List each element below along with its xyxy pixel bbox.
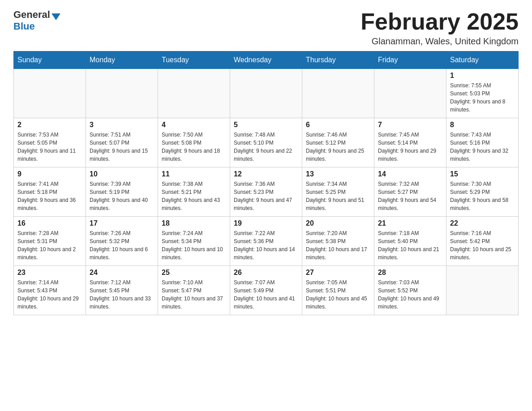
week-row-5: 23Sunrise: 7:14 AMSunset: 5:43 PMDayligh… (14, 266, 519, 315)
day-number: 2 (17, 121, 82, 129)
day-number: 14 (378, 170, 442, 178)
page-header: General Blue February 2025 Glanamman, Wa… (13, 9, 519, 47)
day-number: 17 (90, 219, 154, 227)
calendar-cell: 25Sunrise: 7:10 AMSunset: 5:47 PMDayligh… (158, 266, 230, 315)
day-info: Sunrise: 7:24 AMSunset: 5:34 PMDaylight:… (162, 229, 226, 261)
calendar-cell: 14Sunrise: 7:32 AMSunset: 5:27 PMDayligh… (374, 167, 446, 217)
day-info: Sunrise: 7:38 AMSunset: 5:21 PMDaylight:… (162, 180, 226, 212)
day-number: 9 (17, 170, 82, 178)
day-info: Sunrise: 7:16 AMSunset: 5:42 PMDaylight:… (450, 229, 515, 261)
calendar-cell: 6Sunrise: 7:46 AMSunset: 5:12 PMDaylight… (302, 118, 374, 167)
day-info: Sunrise: 7:22 AMSunset: 5:36 PMDaylight:… (234, 229, 298, 261)
weekday-header-friday: Friday (374, 51, 446, 69)
weekday-header-wednesday: Wednesday (230, 51, 302, 69)
calendar-cell: 9Sunrise: 7:41 AMSunset: 5:18 PMDaylight… (14, 167, 86, 217)
day-info: Sunrise: 7:34 AMSunset: 5:25 PMDaylight:… (306, 180, 370, 212)
day-info: Sunrise: 7:39 AMSunset: 5:19 PMDaylight:… (90, 180, 154, 212)
calendar-cell: 26Sunrise: 7:07 AMSunset: 5:49 PMDayligh… (230, 266, 302, 315)
day-info: Sunrise: 7:50 AMSunset: 5:08 PMDaylight:… (162, 131, 226, 163)
calendar-cell: 10Sunrise: 7:39 AMSunset: 5:19 PMDayligh… (86, 167, 158, 217)
logo: General Blue (13, 9, 60, 32)
title-block: February 2025 Glanamman, Wales, United K… (360, 9, 519, 47)
logo-triangle-icon (51, 13, 60, 20)
day-info: Sunrise: 7:48 AMSunset: 5:10 PMDaylight:… (234, 131, 298, 163)
calendar-cell: 3Sunrise: 7:51 AMSunset: 5:07 PMDaylight… (86, 118, 158, 167)
weekday-header-monday: Monday (86, 51, 158, 69)
day-number: 7 (378, 121, 442, 129)
day-number: 6 (306, 121, 370, 129)
calendar-cell (86, 69, 158, 118)
calendar-cell: 11Sunrise: 7:38 AMSunset: 5:21 PMDayligh… (158, 167, 230, 217)
calendar-cell: 23Sunrise: 7:14 AMSunset: 5:43 PMDayligh… (14, 266, 86, 315)
day-info: Sunrise: 7:55 AMSunset: 5:03 PMDaylight:… (450, 81, 515, 114)
day-number: 15 (450, 170, 515, 178)
day-info: Sunrise: 7:36 AMSunset: 5:23 PMDaylight:… (234, 180, 298, 212)
day-number: 5 (234, 121, 298, 129)
calendar-cell: 4Sunrise: 7:50 AMSunset: 5:08 PMDaylight… (158, 118, 230, 167)
calendar-cell (446, 266, 519, 315)
calendar-cell: 5Sunrise: 7:48 AMSunset: 5:10 PMDaylight… (230, 118, 302, 167)
calendar-cell: 15Sunrise: 7:30 AMSunset: 5:29 PMDayligh… (446, 167, 519, 217)
calendar-cell: 13Sunrise: 7:34 AMSunset: 5:25 PMDayligh… (302, 167, 374, 217)
day-number: 4 (162, 121, 226, 129)
calendar-cell: 16Sunrise: 7:28 AMSunset: 5:31 PMDayligh… (14, 217, 86, 266)
calendar-cell (374, 69, 446, 118)
day-info: Sunrise: 7:30 AMSunset: 5:29 PMDaylight:… (450, 180, 515, 212)
day-number: 3 (90, 121, 154, 129)
calendar-cell: 22Sunrise: 7:16 AMSunset: 5:42 PMDayligh… (446, 217, 519, 266)
calendar-cell (14, 69, 86, 118)
weekday-header-tuesday: Tuesday (158, 51, 230, 69)
weekday-header-row: SundayMondayTuesdayWednesdayThursdayFrid… (14, 51, 519, 69)
calendar-cell: 1Sunrise: 7:55 AMSunset: 5:03 PMDaylight… (446, 69, 519, 118)
day-number: 16 (17, 219, 82, 227)
calendar-cell: 21Sunrise: 7:18 AMSunset: 5:40 PMDayligh… (374, 217, 446, 266)
calendar-cell: 19Sunrise: 7:22 AMSunset: 5:36 PMDayligh… (230, 217, 302, 266)
week-row-4: 16Sunrise: 7:28 AMSunset: 5:31 PMDayligh… (14, 217, 519, 266)
day-number: 19 (234, 219, 298, 227)
day-info: Sunrise: 7:43 AMSunset: 5:16 PMDaylight:… (450, 131, 515, 163)
day-info: Sunrise: 7:12 AMSunset: 5:45 PMDaylight:… (90, 278, 154, 311)
day-number: 26 (234, 269, 298, 277)
logo-general: General (13, 9, 50, 21)
calendar-cell: 18Sunrise: 7:24 AMSunset: 5:34 PMDayligh… (158, 217, 230, 266)
week-row-3: 9Sunrise: 7:41 AMSunset: 5:18 PMDaylight… (14, 167, 519, 217)
day-info: Sunrise: 7:51 AMSunset: 5:07 PMDaylight:… (90, 131, 154, 163)
weekday-header-sunday: Sunday (14, 51, 86, 69)
calendar-table: SundayMondayTuesdayWednesdayThursdayFrid… (13, 51, 519, 315)
logo-blue: Blue (13, 21, 35, 32)
day-number: 8 (450, 121, 515, 129)
calendar-cell: 2Sunrise: 7:53 AMSunset: 5:05 PMDaylight… (14, 118, 86, 167)
calendar-cell: 27Sunrise: 7:05 AMSunset: 5:51 PMDayligh… (302, 266, 374, 315)
week-row-1: 1Sunrise: 7:55 AMSunset: 5:03 PMDaylight… (14, 69, 519, 118)
calendar-cell: 7Sunrise: 7:45 AMSunset: 5:14 PMDaylight… (374, 118, 446, 167)
calendar-cell: 17Sunrise: 7:26 AMSunset: 5:32 PMDayligh… (86, 217, 158, 266)
day-number: 10 (90, 170, 154, 178)
day-info: Sunrise: 7:18 AMSunset: 5:40 PMDaylight:… (378, 229, 442, 261)
calendar-cell (230, 69, 302, 118)
day-number: 28 (378, 269, 442, 277)
day-number: 13 (306, 170, 370, 178)
day-info: Sunrise: 7:05 AMSunset: 5:51 PMDaylight:… (306, 278, 370, 311)
day-info: Sunrise: 7:26 AMSunset: 5:32 PMDaylight:… (90, 229, 154, 261)
day-number: 20 (306, 219, 370, 227)
calendar-cell (302, 69, 374, 118)
day-info: Sunrise: 7:14 AMSunset: 5:43 PMDaylight:… (17, 278, 82, 311)
day-number: 11 (162, 170, 226, 178)
day-info: Sunrise: 7:28 AMSunset: 5:31 PMDaylight:… (17, 229, 82, 261)
calendar-cell: 12Sunrise: 7:36 AMSunset: 5:23 PMDayligh… (230, 167, 302, 217)
day-info: Sunrise: 7:53 AMSunset: 5:05 PMDaylight:… (17, 131, 82, 163)
day-number: 1 (450, 72, 515, 80)
day-info: Sunrise: 7:32 AMSunset: 5:27 PMDaylight:… (378, 180, 442, 212)
day-number: 23 (17, 269, 82, 277)
week-row-2: 2Sunrise: 7:53 AMSunset: 5:05 PMDaylight… (14, 118, 519, 167)
weekday-header-thursday: Thursday (302, 51, 374, 69)
day-number: 21 (378, 219, 442, 227)
day-number: 24 (90, 269, 154, 277)
day-info: Sunrise: 7:07 AMSunset: 5:49 PMDaylight:… (234, 278, 298, 311)
calendar-cell (158, 69, 230, 118)
calendar-cell: 20Sunrise: 7:20 AMSunset: 5:38 PMDayligh… (302, 217, 374, 266)
day-info: Sunrise: 7:45 AMSunset: 5:14 PMDaylight:… (378, 131, 442, 163)
day-number: 18 (162, 219, 226, 227)
day-info: Sunrise: 7:10 AMSunset: 5:47 PMDaylight:… (162, 278, 226, 311)
day-number: 22 (450, 219, 515, 227)
